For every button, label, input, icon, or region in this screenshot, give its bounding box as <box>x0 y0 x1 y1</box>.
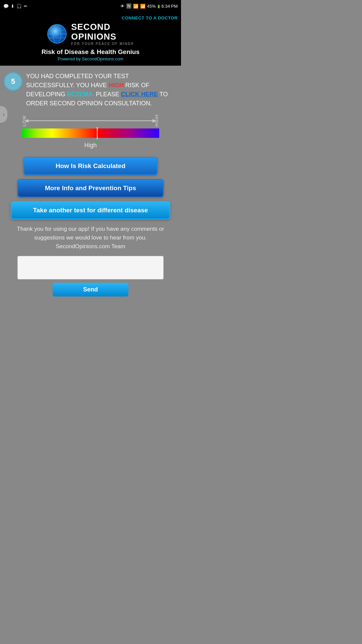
feedback-section: Send <box>5 256 176 303</box>
battery-icon: ▮ <box>158 4 160 9</box>
risk-marker: ▲ <box>95 127 100 145</box>
chat-icon: 💬 <box>3 4 9 9</box>
more-info-prevention-button[interactable]: More Info and Prevention Tips <box>17 179 163 197</box>
risk-meter: LOW HIGH ▲ High <box>5 115 176 149</box>
send-button[interactable]: Send <box>53 283 128 297</box>
how-is-risk-calculated-button[interactable]: How Is Risk Calculated <box>23 157 157 175</box>
risk-gradient-bar: ▲ <box>22 128 159 138</box>
steering-icon: 🎧 <box>16 4 22 9</box>
eye-icon: 👁 <box>120 4 125 9</box>
step-highlight-red: HIGH <box>109 82 124 89</box>
connect-to-doctor-link[interactable]: CONNECT TO A DOCTOR <box>122 15 181 20</box>
risk-marker-line <box>97 127 98 139</box>
logo-subtitle: FOR YOUR PEACE OF MIND® <box>71 42 134 46</box>
signal-icon: 📶 <box>140 4 145 9</box>
risk-arrow-row: LOW HIGH <box>22 115 159 127</box>
step-highlight-cyan: ECZEMA. <box>67 91 94 98</box>
risk-marker-arrow: ▲ <box>95 139 100 145</box>
status-left-icons: 💬 ⬇ 🎧 ✏ <box>3 4 27 9</box>
download-icon: ⬇ <box>11 4 14 9</box>
battery-percent: 45% <box>147 4 156 9</box>
step-row: 5 YOU HAD COMPLETED YOUR TEST SUCCESSFUL… <box>5 72 176 108</box>
wifi-icon: 📶 <box>133 4 138 9</box>
powered-by: Powered by SecondOpinions.com <box>58 56 123 61</box>
logo-name: SECOND OPINIONS <box>71 22 134 41</box>
click-here-link[interactable]: CLICK HERE <box>121 91 158 98</box>
nfc-icon: N <box>126 3 131 9</box>
status-bar: 💬 ⬇ 🎧 ✏ 👁 N 📶 📶 45% ▮ 6:34 PM <box>0 0 181 12</box>
step-message: YOU HAD COMPLETED YOUR TEST SUCCESSFULLY… <box>26 72 176 108</box>
logo-text-block: SECOND OPINIONS FOR YOUR PEACE OF MIND® <box>71 22 134 46</box>
status-right-icons: 👁 N 📶 📶 45% ▮ 6:34 PM <box>120 3 178 9</box>
thankyou-text: Thank you for using our app! If you have… <box>8 225 173 251</box>
main-content: › 5 YOU HAD COMPLETED YOUR TEST SUCCESSF… <box>0 66 181 310</box>
logo-row: SECOND OPINIONS FOR YOUR PEACE OF MIND® <box>47 22 134 46</box>
globe-icon <box>47 24 67 44</box>
app-title: Risk of Disease & Health Genius <box>42 48 140 56</box>
feedback-input[interactable] <box>17 256 163 279</box>
time: 6:34 PM <box>162 4 178 9</box>
risk-arrow-line <box>28 120 153 121</box>
take-another-test-button[interactable]: Take another test for different disease <box>11 201 170 219</box>
pencil-icon: ✏ <box>24 4 27 9</box>
action-buttons: How Is Risk Calculated More Info and Pre… <box>5 157 176 219</box>
app-header: CONNECT TO A DOCTOR SECOND OPINIONS FOR … <box>0 12 181 66</box>
step-text-after: PLEASE <box>94 91 121 98</box>
step-number: 5 <box>5 73 21 90</box>
